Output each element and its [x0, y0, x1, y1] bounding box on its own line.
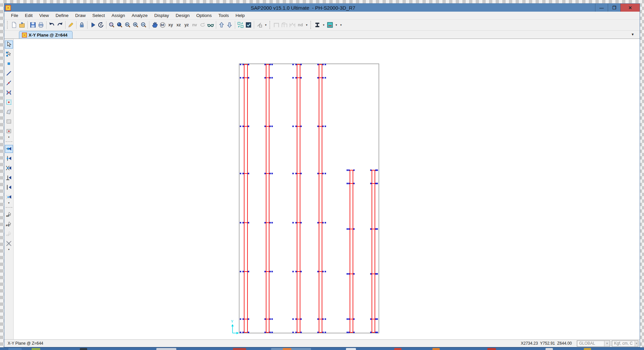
menu-assign[interactable]: Assign	[108, 12, 128, 19]
draw-rect-area-button[interactable]	[5, 118, 13, 126]
zoom-in-button[interactable]	[132, 21, 140, 29]
dropdown-draw-button[interactable]: ▾	[263, 21, 268, 29]
menu-edit[interactable]: Edit	[22, 12, 36, 19]
more-tools-dropdown-icon[interactable]: ▾	[8, 136, 9, 139]
view-yz-button[interactable]: yz	[183, 21, 191, 29]
menu-view[interactable]: View	[36, 12, 52, 19]
close-button[interactable]: ✕	[620, 4, 640, 12]
draw-braces-button[interactable]	[5, 89, 13, 97]
menu-draw[interactable]: Draw	[72, 12, 89, 19]
object-shrink-toggle-button[interactable]	[255, 21, 263, 29]
dropdown-template-button[interactable]: ▾	[304, 21, 309, 29]
print-button[interactable]	[37, 21, 45, 29]
minimize-button[interactable]: —	[595, 4, 608, 12]
taskbar-icon[interactable]	[394, 348, 402, 350]
units-select[interactable]: Kgf, cm, C ▼	[612, 340, 638, 347]
run-analysis-button[interactable]	[89, 21, 97, 29]
menu-file[interactable]: File	[8, 12, 22, 19]
snap-perpendicular-button[interactable]	[5, 174, 13, 182]
windows-taskbar[interactable]	[0, 347, 644, 350]
frame-section-button[interactable]	[313, 21, 321, 29]
frame-portal-button[interactable]	[272, 21, 280, 29]
view-xy-button[interactable]: xy	[167, 21, 175, 29]
new-file-button[interactable]	[10, 21, 18, 29]
display-options-button[interactable]	[244, 21, 252, 29]
menu-select[interactable]: Select	[89, 12, 108, 19]
quick-area-button[interactable]	[5, 127, 13, 135]
draw-frame-button[interactable]	[5, 69, 13, 77]
taskbar-icon[interactable]	[546, 348, 553, 350]
nd-mode-button[interactable]: nd	[296, 21, 304, 29]
menu-tools[interactable]: Tools	[215, 12, 233, 19]
menu-define[interactable]: Define	[52, 12, 72, 19]
section-designer-button[interactable]	[326, 21, 334, 29]
perspective-button[interactable]	[207, 21, 215, 29]
quick-frame-button[interactable]	[5, 79, 13, 87]
frame-portal-2-button[interactable]	[280, 21, 288, 29]
draw-joint-button[interactable]	[5, 60, 13, 68]
view-xz-button[interactable]: xz	[175, 21, 183, 29]
taskbar-icon[interactable]	[8, 348, 22, 350]
select-all-button[interactable]: all	[5, 211, 13, 219]
run-all-button[interactable]	[97, 21, 105, 29]
zoom-out-button[interactable]	[140, 21, 148, 29]
zoom-full-button[interactable]	[116, 21, 124, 29]
deselect-grid-button[interactable]	[5, 240, 13, 248]
taskbar-icon[interactable]	[32, 348, 40, 350]
open-file-button[interactable]	[18, 21, 26, 29]
taskbar-icon[interactable]	[432, 348, 440, 350]
redo-button[interactable]	[56, 21, 64, 29]
coordinate-system-select[interactable]: GLOBAL ▼	[577, 340, 610, 347]
reshape-button[interactable]	[5, 50, 13, 58]
move-up-plane-button[interactable]	[218, 21, 226, 29]
more-tools-dropdown-icon[interactable]: ▾	[8, 248, 9, 252]
select-previous-button[interactable]: PS	[5, 220, 13, 228]
taskbar-icon[interactable]	[346, 348, 356, 350]
dropdown-section-button[interactable]: ▾	[334, 21, 339, 29]
frame-portal-3-button[interactable]	[288, 21, 296, 29]
undo-button[interactable]	[48, 21, 56, 29]
taskbar-icon[interactable]	[156, 348, 176, 350]
save-button[interactable]	[29, 21, 37, 29]
menu-analyze[interactable]: Analyze	[128, 12, 151, 19]
menu-help[interactable]: Help	[232, 12, 248, 19]
taskbar-icon[interactable]	[584, 348, 591, 350]
snap-edges-button[interactable]	[5, 183, 13, 191]
taskbar-icon[interactable]	[233, 348, 246, 350]
zoom-window-button[interactable]	[108, 21, 116, 29]
lock-button[interactable]	[78, 21, 86, 29]
more-tools-dropdown-icon[interactable]: ▾	[8, 202, 9, 205]
tab-list-dropdown-icon[interactable]: ▼	[631, 33, 634, 36]
view-nv-button[interactable]: nv	[191, 21, 199, 29]
title-bar[interactable]: SAP2000 v15.1.0 Ultimate - PH-S2000-3D_R…	[4, 4, 640, 12]
move-down-plane-button[interactable]	[226, 21, 234, 29]
taskbar-icon[interactable]	[80, 348, 87, 350]
clear-selection-button[interactable]: clr	[5, 230, 13, 238]
model-canvas[interactable]: Y	[14, 39, 640, 339]
dropdown-frame-section-button[interactable]: ▾	[321, 21, 326, 29]
coordinate-system-dropdown-icon[interactable]: ▼	[604, 341, 610, 346]
snap-grid-button[interactable]	[5, 193, 13, 201]
tab-xy-plane[interactable]: X-Y Plane @ Z=644	[19, 31, 73, 39]
pointer-button[interactable]	[5, 41, 13, 49]
draw-poly-area-button[interactable]	[5, 108, 13, 116]
snap-joints-button[interactable]	[5, 145, 13, 153]
snap-midpoints-button[interactable]	[5, 155, 13, 163]
menu-design[interactable]: Design	[172, 12, 193, 19]
taskbar-icon[interactable]	[283, 348, 291, 350]
toolbar-separator	[235, 21, 235, 29]
menu-display[interactable]: Display	[151, 12, 172, 19]
edit-pencil-button[interactable]	[67, 21, 75, 29]
dropdown-more-button[interactable]: ▾	[339, 21, 343, 29]
taskbar-icon[interactable]	[487, 348, 496, 350]
draw-secondary-beams-button[interactable]	[5, 98, 13, 106]
pan-button[interactable]	[151, 21, 159, 29]
zoom-previous-button[interactable]	[124, 21, 132, 29]
menu-options[interactable]: Options	[193, 12, 215, 19]
units-dropdown-icon[interactable]: ▼	[635, 341, 638, 346]
view-3d-button[interactable]: 3d	[159, 21, 167, 29]
restore-button[interactable]: ❐	[608, 4, 620, 12]
snap-intersections-button[interactable]	[5, 164, 13, 172]
rotate-view-button[interactable]	[199, 21, 207, 29]
shrink-objects-button[interactable]	[237, 21, 244, 29]
